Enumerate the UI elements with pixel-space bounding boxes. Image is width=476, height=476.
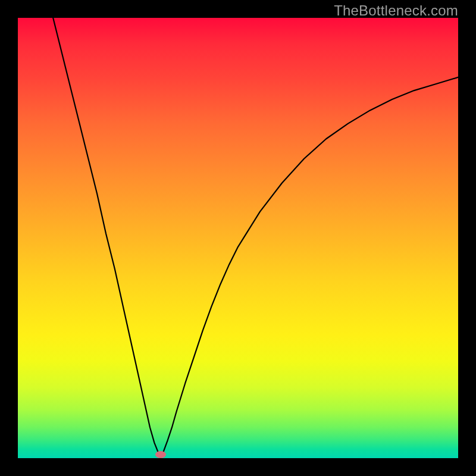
- curve-svg: [18, 18, 458, 458]
- bottleneck-curve: [53, 18, 458, 458]
- watermark-label: TheBottleneck.com: [334, 2, 458, 19]
- minimum-marker: [155, 451, 166, 458]
- chart-frame: TheBottleneck.com: [0, 0, 476, 476]
- plot-area: [18, 18, 458, 458]
